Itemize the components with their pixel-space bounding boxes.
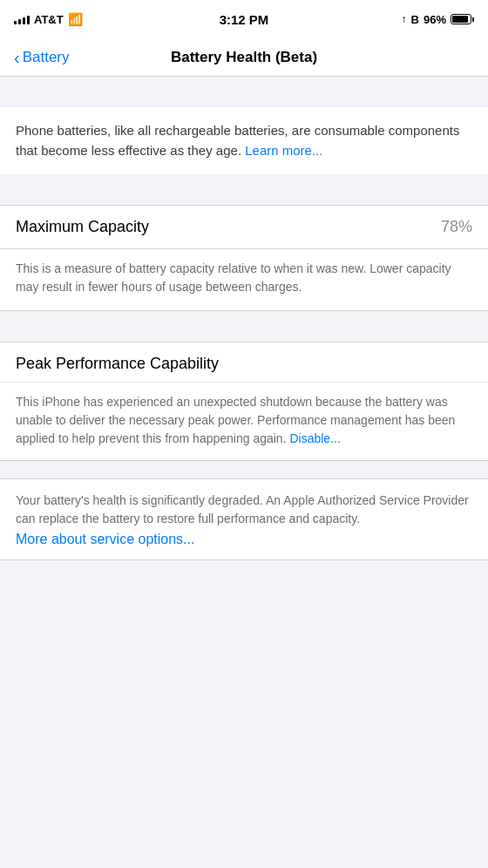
status-bar: AT&T 📶 3:12 PM ↑ B 96%: [0, 0, 488, 38]
battery-pct-label: 96%: [424, 13, 446, 26]
location-icon: ↑: [402, 13, 407, 25]
degraded-battery-block: Your battery's health is significantly d…: [0, 478, 488, 560]
section-gap-top: [0, 77, 488, 107]
bluetooth-icon: B: [411, 13, 419, 26]
peak-performance-header: Peak Performance Capability: [0, 342, 488, 383]
status-bar-right: ↑ B 96%: [402, 13, 474, 26]
back-chevron-icon: ‹: [14, 49, 20, 66]
learn-more-link[interactable]: Learn more...: [245, 143, 322, 158]
maximum-capacity-row: Maximum Capacity 78%: [0, 205, 488, 249]
peak-performance-section: Peak Performance Capability This iPhone …: [0, 342, 488, 461]
battery-status-icon: [451, 14, 474, 24]
capacity-value: 78%: [441, 218, 472, 236]
nav-bar: ‹ Battery Battery Health (Beta): [0, 38, 488, 77]
service-options-link[interactable]: More about service options...: [16, 532, 472, 547]
capacity-label: Maximum Capacity: [16, 218, 149, 236]
disable-link[interactable]: Disable...: [289, 431, 340, 445]
capacity-description-block: This is a measure of battery capacity re…: [0, 249, 488, 311]
back-button[interactable]: ‹ Battery: [14, 49, 84, 66]
section-gap-3: [0, 461, 488, 470]
page-title: Battery Health (Beta): [84, 49, 404, 66]
peak-performance-description-block: This iPhone has experienced an unexpecte…: [0, 383, 488, 460]
status-bar-left: AT&T 📶: [14, 12, 83, 26]
intro-block: Phone batteries, like all rechargeable b…: [0, 107, 488, 174]
back-label: Battery: [23, 49, 70, 66]
content-area: Phone batteries, like all rechargeable b…: [0, 77, 488, 560]
intro-text: Phone batteries, like all rechargeable b…: [16, 121, 472, 160]
signal-bars-icon: [14, 14, 30, 24]
degraded-text: Your battery's health is significantly d…: [16, 492, 472, 528]
peak-performance-title: Peak Performance Capability: [16, 355, 472, 373]
carrier-label: AT&T: [34, 13, 64, 26]
peak-performance-text: This iPhone has experienced an unexpecte…: [16, 393, 472, 448]
wifi-icon: 📶: [68, 12, 83, 26]
status-time: 3:12 PM: [220, 12, 269, 27]
capacity-description-text: This is a measure of battery capacity re…: [16, 260, 472, 296]
section-gap-2: [0, 311, 488, 342]
section-gap-1: [0, 174, 488, 205]
